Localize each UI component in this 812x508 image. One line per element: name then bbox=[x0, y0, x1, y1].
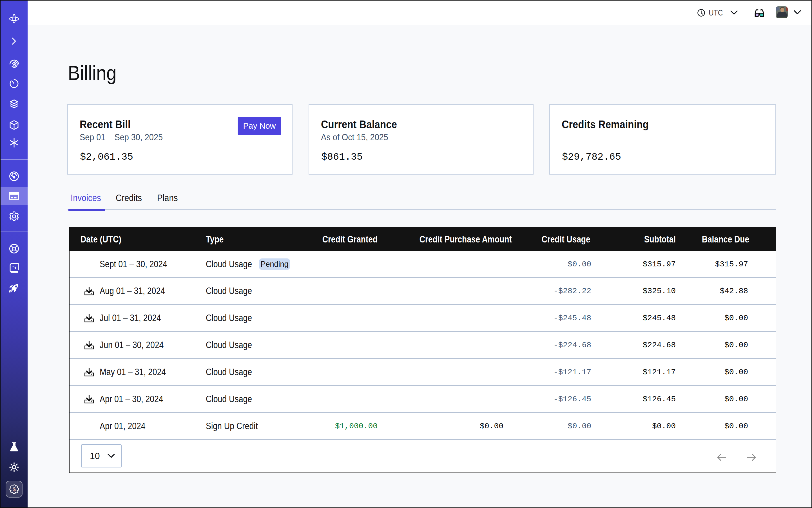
svg-text:$: $ bbox=[13, 486, 15, 492]
